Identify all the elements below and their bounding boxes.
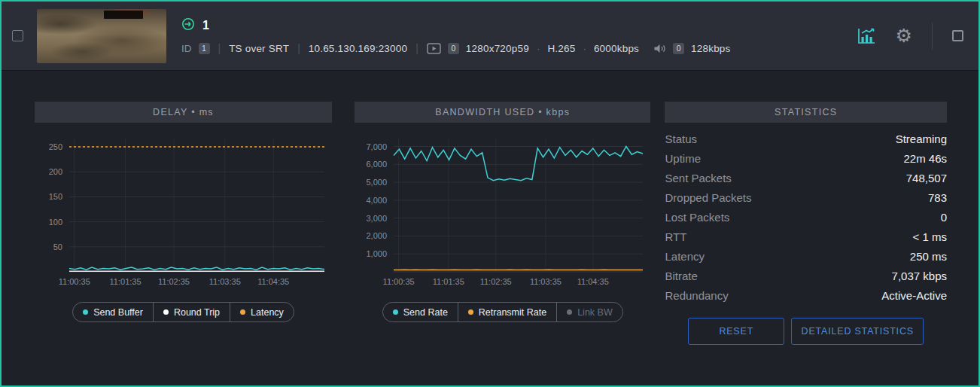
video-track-icon <box>427 43 441 54</box>
stat-value: 783 <box>928 191 947 204</box>
bandwidth-legend: Send Rate Retransmit Rate Link BW <box>382 302 623 322</box>
svg-text:6,000: 6,000 <box>366 160 387 169</box>
svg-text:11:02:35: 11:02:35 <box>158 277 190 286</box>
svg-text:5,000: 5,000 <box>366 178 387 187</box>
legend-round-trip[interactable]: Round Trip <box>153 303 230 321</box>
svg-text:11:02:35: 11:02:35 <box>480 277 512 286</box>
stream-address: 10.65.130.169:23000 <box>309 43 407 54</box>
video-track-count-badge: 0 <box>448 43 459 54</box>
stat-label: Redundancy <box>665 289 728 302</box>
stream-select-checkbox[interactable] <box>12 30 23 41</box>
legend-retransmit-rate[interactable]: Retransmit Rate <box>458 303 556 321</box>
svg-text:200: 200 <box>49 167 62 176</box>
legend-link-bw[interactable]: Link BW <box>556 303 622 321</box>
svg-text:11:01:35: 11:01:35 <box>110 277 142 286</box>
link-bw-dot-icon <box>567 309 572 315</box>
delay-legend: Send Buffer Round Trip Latency <box>72 302 294 322</box>
svg-text:100: 100 <box>49 218 62 227</box>
settings-gear-icon[interactable]: ⚙ <box>896 26 912 45</box>
stat-row-dropped-packets: Dropped Packets783 <box>665 187 947 207</box>
legend-label: Send Buffer <box>93 307 143 318</box>
stat-label: Sent Packets <box>665 172 731 184</box>
video-codec: H.265 <box>547 43 575 54</box>
stream-info: 1 ID 1 | TS over SRT | 10.65.130.169:230… <box>181 17 731 54</box>
svg-text:11:00:35: 11:00:35 <box>383 277 415 286</box>
round-trip-dot-icon <box>163 309 169 315</box>
stat-label: Latency <box>665 250 705 263</box>
stop-stream-button[interactable] <box>952 30 963 41</box>
stat-value: Streaming <box>896 133 947 145</box>
stat-value: < 1 ms <box>913 230 947 243</box>
svg-text:11:04:35: 11:04:35 <box>257 277 289 286</box>
svg-text:150: 150 <box>49 192 62 201</box>
legend-send-buffer[interactable]: Send Buffer <box>73 303 153 321</box>
stat-label: Bitrate <box>665 270 697 282</box>
stat-label: Lost Packets <box>665 211 729 224</box>
header-actions: ⚙ <box>857 23 963 50</box>
stat-row-rtt: RTT< 1 ms <box>665 227 947 246</box>
video-thumbnail[interactable] <box>37 9 166 63</box>
stat-label: Dropped Packets <box>665 191 751 204</box>
dot-separator: · <box>582 43 587 54</box>
statistics-rows: StatusStreaming Uptime22m 46s Sent Packe… <box>665 129 947 305</box>
svg-text:2,000: 2,000 <box>366 231 387 240</box>
stream-monitor-window: 1 ID 1 | TS over SRT | 10.65.130.169:230… <box>0 0 980 387</box>
svg-text:3,000: 3,000 <box>366 214 387 223</box>
send-rate-dot-icon <box>393 309 398 315</box>
separator: | <box>414 42 420 54</box>
stat-label: Status <box>665 133 697 145</box>
statistics-chart-icon[interactable] <box>857 27 876 45</box>
stat-value: 22m 46s <box>903 152 947 165</box>
main-content: DELAY • ms 11:00:3511:01:3511:02:3511:03… <box>2 71 978 345</box>
stat-row-redundancy: RedundancyActive-Active <box>665 285 947 305</box>
stat-value: Active-Active <box>881 289 947 302</box>
stat-value: 0 <box>941 211 947 224</box>
streaming-status-icon <box>181 17 195 34</box>
id-badge: 1 <box>199 43 210 54</box>
audio-bitrate: 128kbps <box>691 43 730 54</box>
bandwidth-chart: 11:00:3511:01:3511:02:3511:03:3511:04:35… <box>355 132 650 291</box>
stream-name: 1 <box>202 19 209 32</box>
panel-bandwidth: BANDWIDTH USED • kbps 11:00:3511:01:3511… <box>355 102 650 345</box>
retransmit-rate-dot-icon <box>468 309 473 315</box>
legend-label: Send Rate <box>403 307 448 318</box>
stat-value: 7,037 kbps <box>892 270 947 282</box>
svg-text:250: 250 <box>49 142 62 151</box>
delay-chart: 11:00:3511:01:3511:02:3511:03:3511:04:35… <box>35 132 332 291</box>
stat-row-lost-packets: Lost Packets0 <box>665 207 947 227</box>
legend-latency[interactable]: Latency <box>230 303 294 321</box>
stat-value: 748,507 <box>906 172 947 184</box>
bandwidth-panel-title: BANDWIDTH USED • kbps <box>355 102 650 123</box>
stat-row-status: StatusStreaming <box>665 129 947 148</box>
legend-label: Latency <box>251 307 284 318</box>
stat-row-uptime: Uptime22m 46s <box>665 148 947 168</box>
separator: | <box>296 42 302 54</box>
timecode-overlay <box>104 11 143 19</box>
stat-row-latency: Latency250 ms <box>665 246 947 266</box>
svg-text:11:04:35: 11:04:35 <box>577 277 609 286</box>
audio-track-count-badge: 0 <box>673 43 684 54</box>
legend-label: Retransmit Rate <box>479 307 546 318</box>
stat-row-sent-packets: Sent Packets748,507 <box>665 168 947 187</box>
svg-text:11:03:35: 11:03:35 <box>209 277 241 286</box>
stream-header: 1 ID 1 | TS over SRT | 10.65.130.169:230… <box>2 2 978 71</box>
audio-track-icon <box>653 43 666 54</box>
statistics-buttons: RESET DETAILED STATISTICS <box>665 318 947 345</box>
reset-button[interactable]: RESET <box>688 318 784 345</box>
stat-row-bitrate: Bitrate7,037 kbps <box>665 266 947 285</box>
panel-delay: DELAY • ms 11:00:3511:01:3511:02:3511:03… <box>35 102 332 345</box>
svg-text:50: 50 <box>53 242 62 251</box>
stat-label: Uptime <box>665 152 701 165</box>
svg-text:11:03:35: 11:03:35 <box>530 277 562 286</box>
detailed-statistics-button[interactable]: DETAILED STATISTICS <box>791 318 924 345</box>
stat-value: 250 ms <box>910 250 947 263</box>
separator: | <box>217 42 223 54</box>
protocol-label: TS over SRT <box>229 43 289 54</box>
id-label: ID <box>181 43 192 54</box>
svg-text:1,000: 1,000 <box>366 249 387 258</box>
statistics-panel-title: STATISTICS <box>665 102 947 123</box>
stat-label: RTT <box>665 230 686 243</box>
svg-text:11:00:35: 11:00:35 <box>59 277 90 286</box>
dot-separator: · <box>536 43 541 54</box>
legend-send-rate[interactable]: Send Rate <box>383 303 458 321</box>
